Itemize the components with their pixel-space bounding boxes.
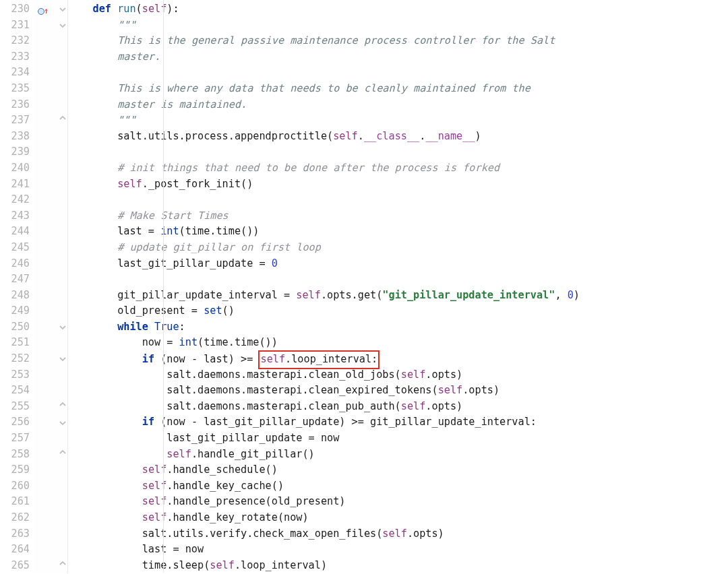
gutter-marks-column: ↑ <box>34 0 68 573</box>
line-number[interactable]: 243 <box>0 208 34 224</box>
line-number[interactable]: 244 <box>0 224 34 240</box>
fold-open-icon[interactable] <box>59 354 66 361</box>
code-line[interactable]: self.handle_schedule() <box>68 462 728 478</box>
code-line[interactable]: self.handle_presence(old_present) <box>68 494 728 510</box>
code-line[interactable]: master is maintained. <box>68 97 728 113</box>
line-number[interactable]: 252 <box>0 351 34 367</box>
code-line[interactable]: """ <box>68 113 728 129</box>
code-line[interactable]: git_pillar_update_interval = self.opts.g… <box>68 288 728 304</box>
code-line[interactable]: salt.daemons.masterapi.clean_expired_tok… <box>68 383 728 399</box>
code-line[interactable]: This is the general passive maintenance … <box>68 33 728 49</box>
line-number[interactable]: 251 <box>0 335 34 351</box>
fold-open-icon[interactable] <box>59 5 66 11</box>
line-number[interactable]: 264 <box>0 542 34 558</box>
line-number[interactable]: 241 <box>0 177 34 193</box>
code-line[interactable]: self.handle_git_pillar() <box>68 447 728 463</box>
line-number[interactable]: 234 <box>0 65 34 81</box>
fold-open-icon[interactable] <box>59 21 66 28</box>
code-line[interactable]: # update git_pillar on first loop <box>68 240 728 256</box>
line-number[interactable]: 255 <box>0 399 34 415</box>
line-number[interactable]: 239 <box>0 144 34 160</box>
code-line[interactable]: salt.daemons.masterapi.clean_old_jobs(se… <box>68 367 728 383</box>
code-line[interactable] <box>68 144 728 160</box>
code-line[interactable]: last_git_pillar_update = now <box>68 430 728 447</box>
code-line[interactable]: time.sleep(self.loop_interval) <box>68 558 728 574</box>
line-number[interactable]: 261 <box>0 494 34 510</box>
line-number[interactable]: 246 <box>0 256 34 272</box>
line-number[interactable]: 240 <box>0 160 34 177</box>
code-line[interactable]: now = int(time.time()) <box>68 335 728 351</box>
line-number[interactable]: 250 <box>0 319 34 336</box>
line-number[interactable]: 265 <box>0 558 34 574</box>
line-number-gutter[interactable]: 2302312322332342352362372382392402412422… <box>0 0 34 573</box>
fold-close-icon[interactable] <box>59 116 66 123</box>
line-number[interactable]: 248 <box>0 288 34 304</box>
code-line[interactable]: self._post_fork_init() <box>68 177 728 193</box>
line-number[interactable]: 263 <box>0 526 34 542</box>
fold-open-icon[interactable] <box>59 418 66 425</box>
code-line[interactable]: # Make Start Times <box>68 208 728 224</box>
line-number[interactable]: 232 <box>0 33 34 49</box>
code-line[interactable]: last = int(time.time()) <box>68 224 728 240</box>
code-line[interactable]: old_present = set() <box>68 303 728 319</box>
highlight-box: self.loop_interval: <box>258 350 380 369</box>
code-line[interactable]: if (now - last) >= self.loop_interval: <box>68 351 728 367</box>
fold-close-icon[interactable] <box>59 561 66 568</box>
code-line[interactable]: while True: <box>68 319 728 336</box>
code-line[interactable]: # init things that need to be done after… <box>68 160 728 177</box>
line-number[interactable]: 259 <box>0 462 34 478</box>
line-number[interactable]: 245 <box>0 240 34 256</box>
line-number[interactable]: 257 <box>0 430 34 447</box>
line-number[interactable]: 230 <box>0 1 34 18</box>
code-line[interactable]: if (now - last_git_pillar_update) >= git… <box>68 414 728 430</box>
indent-guide <box>163 0 164 573</box>
line-number[interactable]: 262 <box>0 510 34 526</box>
code-line[interactable]: last_git_pillar_update = 0 <box>68 256 728 272</box>
line-number[interactable]: 242 <box>0 192 34 208</box>
code-line[interactable] <box>68 65 728 81</box>
code-line[interactable]: """ <box>68 18 728 34</box>
fold-close-icon[interactable] <box>59 402 66 409</box>
code-line[interactable]: salt.daemons.masterapi.clean_pub_auth(se… <box>68 399 728 415</box>
code-line[interactable]: self.handle_key_rotate(now) <box>68 510 728 526</box>
line-number[interactable]: 254 <box>0 383 34 399</box>
code-line[interactable]: salt.utils.verify.check_max_open_files(s… <box>68 526 728 542</box>
line-number[interactable]: 247 <box>0 272 34 288</box>
line-number[interactable]: 258 <box>0 447 34 463</box>
line-number[interactable]: 249 <box>0 303 34 319</box>
code-editor[interactable]: def run(self): """ This is the general p… <box>68 0 728 573</box>
code-line[interactable]: master. <box>68 49 728 65</box>
fold-open-icon[interactable] <box>59 323 66 329</box>
fold-close-icon[interactable] <box>59 450 66 457</box>
code-line[interactable]: self.handle_key_cache() <box>68 478 728 495</box>
line-number[interactable]: 253 <box>0 367 34 383</box>
code-line[interactable] <box>68 192 728 208</box>
override-marker-icon[interactable]: ↑ <box>38 3 49 20</box>
line-number[interactable]: 237 <box>0 113 34 129</box>
line-number[interactable]: 260 <box>0 478 34 495</box>
line-number[interactable]: 235 <box>0 81 34 97</box>
line-number[interactable]: 231 <box>0 18 34 34</box>
code-line[interactable]: This is where any data that needs to be … <box>68 81 728 97</box>
line-number[interactable]: 256 <box>0 414 34 430</box>
code-line[interactable] <box>68 272 728 288</box>
line-number[interactable]: 238 <box>0 129 34 145</box>
code-line[interactable]: last = now <box>68 542 728 558</box>
line-number[interactable]: 236 <box>0 97 34 113</box>
code-line[interactable]: def run(self): <box>68 1 728 18</box>
line-number[interactable]: 233 <box>0 49 34 65</box>
code-line[interactable]: salt.utils.process.appendproctitle(self.… <box>68 129 728 145</box>
